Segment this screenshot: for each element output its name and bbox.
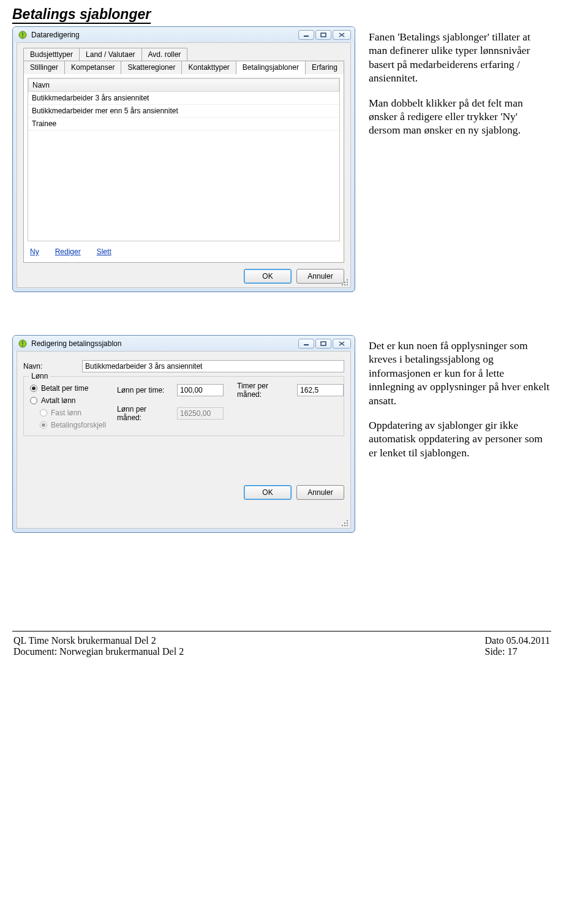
close-button[interactable] [333,339,351,349]
minimize-button[interactable] [298,30,314,40]
label-navn: Navn: [23,362,76,371]
footer-right-line1: Dato 05.04.2011 [484,635,550,646]
footer-right-line2: Side: 17 [484,646,550,657]
dialog-dataredigering: Dataredigering Budsjetttyper Land / Valu… [12,26,355,292]
radio-icon [30,397,37,404]
svg-rect-4 [321,33,326,37]
svg-rect-7 [22,345,23,346]
link-ny[interactable]: Ny [30,247,39,256]
timer-per-maned-input[interactable] [297,384,344,396]
link-rediger[interactable]: Rediger [55,247,81,256]
radio-icon [30,385,37,392]
dialog-redigering-betalingssjablon: Redigering betalingssjablon Navn: Lønn [12,335,355,533]
radio-icon [40,421,47,429]
label-timer-per-maned: Timer per måned: [237,382,292,399]
list-empty-area[interactable] [28,130,339,241]
footer-divider [12,631,551,632]
list-item[interactable]: Butikkmedarbeider 3 års ansiennitet [28,92,339,105]
tab-erfaring[interactable]: Erfaring [305,61,344,74]
close-button[interactable] [333,30,351,40]
titlebar[interactable]: Dataredigering [13,27,355,42]
svg-rect-8 [304,344,309,345]
ok-button[interactable]: OK [244,485,292,500]
radio-avtalt-lonn[interactable]: Avtalt lønn [30,396,106,405]
lonn-per-maned-input [177,407,224,420]
svg-rect-3 [304,36,309,37]
radio-betalt-per-time[interactable]: Betalt per time [30,384,106,393]
radio-label: Betalt per time [41,384,88,393]
tab-budsjetttyper[interactable]: Budsjetttyper [23,48,80,61]
radio-label: Fast lønn [51,409,81,417]
minimize-button[interactable] [298,339,314,349]
radio-fast-lonn: Fast lønn [40,409,106,417]
tab-land-valutaer[interactable]: Land / Valutaer [79,48,142,61]
maximize-button[interactable] [315,30,331,40]
svg-rect-2 [22,36,23,37]
lonn-per-time-input[interactable] [177,384,224,396]
footer-left-line1: QL Time Norsk brukermanual Del 2 [13,635,184,646]
paragraph: Fanen 'Betalings sjablonger' tillater at… [369,30,551,85]
maximize-button[interactable] [315,339,331,349]
radio-betalingsforskjell: Betalingsforskjell [40,421,106,429]
window-title: Redigering betalingssjablon [31,339,298,348]
tab-kompetanser[interactable]: Kompetanser [64,61,121,74]
ok-button[interactable]: OK [244,269,292,284]
titlebar[interactable]: Redigering betalingssjablon [13,336,355,351]
column-header-navn[interactable]: Navn [28,78,339,92]
tab-avd-roller[interactable]: Avd. roller [141,48,188,61]
cancel-button[interactable]: Annuler [296,269,344,284]
tab-panel: Navn Butikkmedarbeider 3 års ansiennitet… [23,74,344,263]
navn-input[interactable] [82,360,344,372]
paragraph: Det er kun noen få opplysninger som krev… [369,339,551,407]
tab-stillinger[interactable]: Stillinger [23,61,65,74]
app-icon [18,30,28,40]
window-title: Dataredigering [31,31,298,39]
app-icon [18,339,28,349]
svg-rect-1 [22,32,23,36]
tab-betalingsjabloner[interactable]: Betalingsjabloner [236,61,306,75]
label-lonn-per-maned: Lønn per måned: [117,405,172,422]
groupbox-title-lonn: Lønn [29,372,50,380]
link-slett[interactable]: Slett [97,247,111,256]
tab-kontakttyper[interactable]: Kontakttyper [181,61,236,74]
radio-label: Avtalt lønn [41,396,75,405]
paragraph: Man dobbelt klikker på det felt man ønsk… [369,96,551,137]
svg-rect-9 [321,342,326,345]
svg-rect-6 [22,341,23,344]
resize-grip[interactable] [341,519,349,527]
paragraph: Oppdatering av sjablonger gir ikke autom… [369,418,551,459]
list-item[interactable]: Trainee [28,118,339,130]
tab-skatteregioner[interactable]: Skatteregioner [121,61,182,74]
radio-label: Betalingsforskjell [51,421,106,429]
footer-left-line2: Document: Norwegian brukermanual Del 2 [13,646,184,657]
page-title: Betalings sjablonger [12,6,551,23]
list-item[interactable]: Butikkmedarbeider mer enn 5 års ansienni… [28,105,339,118]
cancel-button[interactable]: Annuler [296,485,344,500]
label-lonn-per-time: Lønn per time: [117,386,172,394]
resize-grip[interactable] [341,279,349,286]
radio-icon [40,409,47,417]
